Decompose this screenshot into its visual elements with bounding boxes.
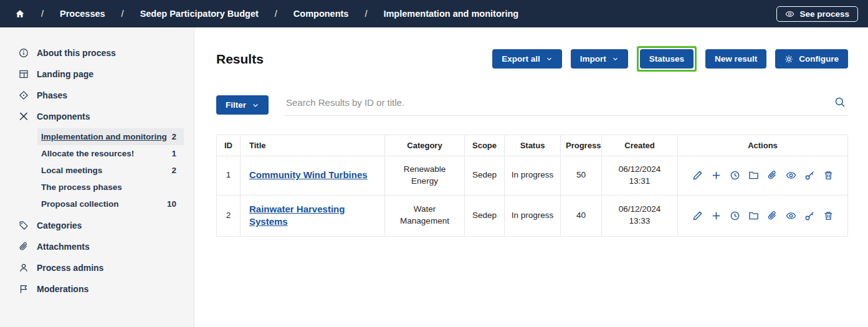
edit-button[interactable] — [692, 170, 703, 181]
import-button[interactable]: Import — [571, 49, 628, 69]
plus-icon — [711, 211, 722, 221]
sidebar-subitem-label: Allocate the resources! — [41, 149, 134, 158]
column-header-id: ID — [217, 135, 241, 156]
add-button[interactable] — [711, 170, 722, 181]
attachments-button[interactable] — [767, 170, 778, 181]
pencil-icon — [692, 170, 703, 181]
search-input[interactable] — [286, 97, 834, 108]
sidebar-subitem-the-process-phases[interactable]: The process phases — [37, 179, 184, 196]
export-all-button[interactable]: Export all — [492, 49, 562, 69]
result-title-link[interactable]: Community Wind Turbines — [249, 169, 368, 181]
column-header-scope: Scope — [465, 135, 505, 156]
folder-button[interactable] — [748, 170, 759, 181]
cell-scope: Sedep — [465, 156, 505, 196]
sidebar-item-label: About this process — [37, 48, 116, 58]
attachments-button[interactable] — [767, 211, 778, 221]
cell-title: Community Wind Turbines — [241, 156, 385, 196]
key-icon — [804, 211, 815, 221]
sidebar-item-about-this-process[interactable]: About this process — [0, 42, 194, 64]
sidebar-item-components[interactable]: Components — [0, 106, 194, 127]
search-field — [285, 94, 848, 116]
paperclip-icon — [767, 170, 778, 181]
row-actions — [684, 211, 841, 221]
results-table: ID Title Category Scope Status Progress … — [216, 135, 848, 237]
sidebar-subitem-label: The process phases — [41, 182, 122, 192]
sidebar-item-label: Phases — [37, 90, 67, 100]
sidebar-subitem-implementation-and-monitoring[interactable]: Implementation and monitoring 2 — [37, 128, 184, 145]
table-row: 1 Community Wind Turbines Renewable Ener… — [217, 156, 848, 196]
history-button[interactable] — [730, 211, 740, 221]
sidebar-item-label: Moderations — [37, 284, 88, 294]
filter-row: Filter — [216, 94, 848, 116]
tag-icon — [19, 220, 29, 230]
filter-label: Filter — [226, 100, 246, 110]
sidebar-item-process-admins[interactable]: Process admins — [0, 257, 194, 278]
row-actions — [684, 170, 841, 181]
breadcrumb-item-process[interactable]: Sedep Participatory Budget — [140, 9, 259, 19]
breadcrumb-item-current-component[interactable]: Implementation and monitoring — [383, 9, 518, 19]
topbar: / Processes / Sedep Participatory Budget… — [0, 0, 868, 27]
see-process-label: See process — [799, 9, 849, 19]
tools-icon — [19, 111, 29, 121]
search-button[interactable] — [834, 97, 846, 108]
configure-button[interactable]: Configure — [775, 49, 848, 69]
count-badge: 2 — [171, 132, 176, 141]
cell-id: 2 — [217, 195, 241, 236]
sidebar-item-attachments[interactable]: Attachments — [0, 236, 194, 257]
sidebar-item-label: Process admins — [37, 263, 103, 273]
count-badge: 10 — [167, 199, 176, 209]
export-all-label: Export all — [502, 54, 540, 64]
folder-button[interactable] — [748, 211, 759, 221]
sidebar-subitem-proposal-collection[interactable]: Proposal collection 10 — [37, 196, 184, 212]
delete-button[interactable] — [823, 211, 834, 221]
trash-icon — [823, 170, 834, 181]
gear-icon — [785, 55, 793, 64]
cell-created: 06/12/2024 13:31 — [602, 156, 678, 196]
sidebar-subitem-label: Proposal collection — [41, 199, 119, 209]
sidebar-subitem-local-meetings[interactable]: Local meetings 2 — [37, 162, 184, 179]
trash-icon — [823, 211, 834, 221]
count-badge: 2 — [171, 166, 176, 175]
statuses-annotation-highlight: Statuses — [637, 46, 697, 72]
eye-icon — [786, 211, 796, 221]
sidebar-item-categories[interactable]: Categories — [0, 215, 194, 236]
add-button[interactable] — [711, 211, 722, 221]
preview-button[interactable] — [786, 170, 796, 181]
filter-button[interactable]: Filter — [216, 95, 269, 115]
components-sub-list: Implementation and monitoring 2 Allocate… — [0, 127, 194, 215]
info-icon — [19, 48, 29, 58]
phases-icon — [19, 90, 29, 100]
edit-button[interactable] — [692, 211, 703, 221]
permissions-button[interactable] — [804, 170, 815, 181]
cell-actions — [678, 156, 848, 196]
breadcrumb-item-components[interactable]: Components — [293, 9, 349, 19]
sidebar-subitem-allocate-the-resources[interactable]: Allocate the resources! 1 — [37, 145, 184, 162]
key-icon — [804, 170, 815, 181]
column-header-created: Created — [602, 135, 678, 156]
count-badge: 1 — [171, 149, 176, 158]
user-icon — [19, 263, 29, 273]
preview-button[interactable] — [786, 211, 796, 221]
sidebar-item-phases[interactable]: Phases — [0, 85, 194, 106]
sidebar-subitem-label: Implementation and monitoring — [41, 132, 167, 141]
permissions-button[interactable] — [804, 211, 815, 221]
see-process-button[interactable]: See process — [776, 6, 858, 22]
chevron-down-icon — [252, 102, 259, 109]
sidebar-item-landing-page[interactable]: Landing page — [0, 64, 194, 85]
chevron-down-icon — [546, 55, 553, 62]
sidebar-item-label: Attachments — [37, 242, 90, 252]
home-breadcrumb-link[interactable] — [15, 9, 25, 19]
history-button[interactable] — [730, 170, 740, 181]
clock-icon — [730, 170, 740, 181]
statuses-button[interactable]: Statuses — [640, 49, 694, 69]
new-result-button[interactable]: New result — [705, 49, 766, 69]
cell-scope: Sedep — [465, 195, 505, 236]
sidebar-item-label: Categories — [37, 220, 82, 230]
delete-button[interactable] — [823, 170, 834, 181]
sidebar-item-moderations[interactable]: Moderations — [0, 278, 194, 300]
folder-icon — [748, 211, 759, 221]
result-title-link[interactable]: Rainwater Harvesting Systems — [249, 203, 378, 229]
breadcrumb-item-processes[interactable]: Processes — [60, 9, 105, 19]
statuses-label: Statuses — [649, 54, 684, 64]
sidebar: About this process Landing page Phases C… — [0, 27, 194, 327]
